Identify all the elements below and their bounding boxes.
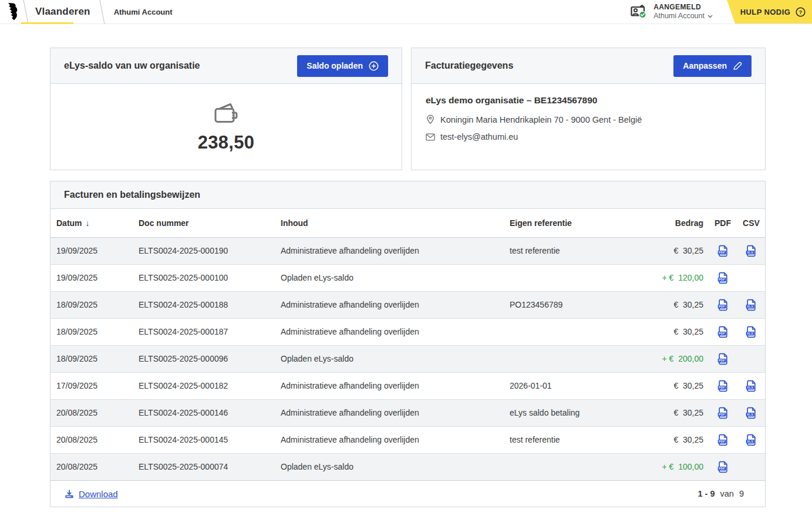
user-menu[interactable]: AANGEMELD Athumi Account [630,0,727,23]
svg-text:XLS: XLS [747,305,753,308]
pagination-range: 1 - 9 [698,489,715,498]
cell-pdf: PDF [708,291,737,318]
svg-text:XLS: XLS [747,332,753,335]
brand-link-vlaanderen[interactable]: Vlaanderen [35,6,90,18]
cell-csv: XLS [737,291,765,318]
pencil-icon [733,61,742,70]
cell-eigen-referentie [504,264,649,291]
xls-download-icon[interactable]: XLS [745,380,757,392]
billing-card-body: eLys demo organisatie – BE1234567890 Kon… [412,84,765,141]
cell-eigen-referentie [504,345,649,372]
cell-pdf: PDF [708,345,737,372]
table-row: 20/08/2025 ELTS0024-2025-000146 Administ… [50,399,765,426]
cell-datum: 20/08/2025 [50,399,133,426]
pdf-download-icon[interactable]: PDF [717,326,729,338]
table-row: 19/09/2025 ELTS0025-2025-000100 Opladen … [50,264,765,291]
cell-csv: XLS [737,237,765,264]
invoices-panel: Facturen en betalingsbewijzen Datum↓ Doc… [50,181,766,507]
top-up-balance-button[interactable]: Saldo opladen [297,55,388,77]
cell-pdf: PDF [708,426,737,453]
cell-pdf: PDF [708,318,737,345]
pdf-download-icon[interactable]: PDF [717,353,729,365]
svg-text:XLS: XLS [747,386,753,389]
table-row: 19/09/2025 ELTS0024-2025-000190 Administ… [50,237,765,264]
download-label: Download [79,489,118,499]
help-button-label: HULP NODIG [740,8,790,16]
header-brand-area: Vlaanderen Athumi Account [0,0,173,23]
billing-address: Koningin Maria Hendrikaplein 70 - 9000 G… [440,115,642,124]
cell-doc-nummer: ELTS0025-2025-000100 [133,264,275,291]
table-row: 17/09/2025 ELTS0024-2025-000182 Administ… [50,372,765,399]
cell-datum: 18/09/2025 [50,318,133,345]
cell-doc-nummer: ELTS0024-2025-000146 [133,399,275,426]
pdf-download-icon[interactable]: PDF [717,461,729,473]
cell-csv: XLS [737,426,765,453]
cell-doc-nummer: ELTS0024-2025-000145 [133,426,275,453]
pdf-download-icon[interactable]: PDF [717,434,729,446]
cell-eigen-referentie: eLys saldo betaling [504,399,649,426]
svg-text:PDF: PDF [719,386,725,389]
column-header-bedrag[interactable]: Bedrag [649,209,708,237]
billing-address-line: Koningin Maria Hendrikaplein 70 - 9000 G… [426,114,751,124]
breadcrumb-app-name[interactable]: Athumi Account [114,8,173,16]
xls-download-icon[interactable]: XLS [745,434,757,446]
table-header-row: Datum↓ Doc nummer Inhoud Eigen referenti… [50,209,765,237]
cell-csv: XLS [737,399,765,426]
download-icon [65,489,74,498]
svg-text:PDF: PDF [719,278,725,281]
cell-eigen-referentie: PO123456789 [504,291,649,318]
download-link[interactable]: Download [65,489,118,499]
cell-doc-nummer: ELTS0025-2025-000096 [133,345,275,372]
cell-pdf: PDF [708,372,737,399]
cell-eigen-referentie [504,453,649,480]
flanders-lion-icon [5,1,21,22]
summary-cards: eLys-saldo van uw organisatie Saldo opla… [50,48,812,170]
location-pin-icon [426,114,435,124]
cell-inhoud: Administratieve afhandeling overlijden [275,372,504,399]
balance-card-header: eLys-saldo van uw organisatie Saldo opla… [50,48,402,84]
column-header-eigen-referentie[interactable]: Eigen referentie [504,209,649,237]
column-header-datum[interactable]: Datum↓ [50,209,133,237]
cell-inhoud: Administratieve afhandeling overlijden [275,318,504,345]
cell-eigen-referentie: test referentie [504,237,649,264]
cell-datum: 20/08/2025 [50,453,133,480]
pdf-download-icon[interactable]: PDF [717,245,729,257]
logged-in-label: AANGEMELD [653,3,713,12]
svg-text:XLS: XLS [747,251,753,254]
xls-download-icon[interactable]: XLS [745,326,757,338]
cell-pdf: PDF [708,237,737,264]
column-header-inhoud[interactable]: Inhoud [275,209,504,237]
cell-inhoud: Administratieve afhandeling overlijden [275,399,504,426]
svg-text:PDF: PDF [719,305,725,308]
breadcrumb-separator [21,0,31,24]
cell-doc-nummer: ELTS0024-2025-000188 [133,291,275,318]
help-button[interactable]: HULP NODIG ? [727,0,812,23]
edit-billing-button[interactable]: Aanpassen [673,55,752,77]
pdf-download-icon[interactable]: PDF [717,407,729,419]
cell-inhoud: Administratieve afhandeling overlijden [275,426,504,453]
xls-download-icon[interactable]: XLS [745,245,757,257]
cell-bedrag: + € 200,00 [649,345,708,372]
billing-email-line: test-elys@athumi.eu [426,132,751,141]
cell-csv: XLS [737,318,765,345]
xls-download-icon[interactable]: XLS [745,299,757,311]
column-header-doc-nummer[interactable]: Doc nummer [133,209,275,237]
cell-bedrag: + € 100,00 [649,453,708,480]
cell-inhoud: Opladen eLys-saldo [275,345,504,372]
cell-datum: 17/09/2025 [50,372,133,399]
brand-active-underline [21,22,73,24]
pdf-download-icon[interactable]: PDF [717,380,729,392]
cell-datum: 19/09/2025 [50,264,133,291]
svg-text:PDF: PDF [719,440,725,443]
cell-datum: 20/08/2025 [50,426,133,453]
xls-download-icon[interactable]: XLS [745,407,757,419]
cell-bedrag: € 30,25 [649,372,708,399]
balance-amount: 238,50 [198,132,255,153]
pagination: 1 - 9 van 9 [698,489,744,498]
table-row: 18/09/2025 ELTS0025-2025-000096 Opladen … [50,345,765,372]
pdf-download-icon[interactable]: PDF [717,272,729,284]
pdf-download-icon[interactable]: PDF [717,299,729,311]
billing-card-header: Facturatiegegevens Aanpassen [412,48,765,84]
cell-inhoud: Administratieve afhandeling overlijden [275,237,504,264]
cell-datum: 18/09/2025 [50,345,133,372]
